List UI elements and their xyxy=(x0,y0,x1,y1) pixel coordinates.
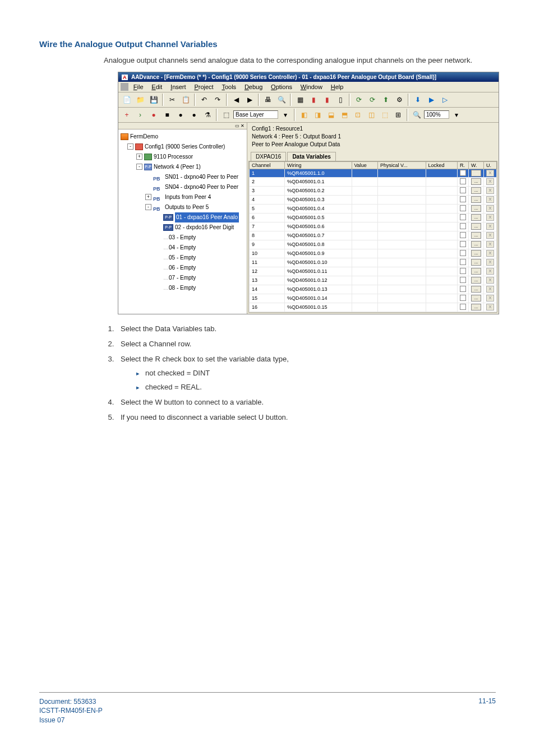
menubar[interactable]: File Edit Insert Project Tools Debug Opt… xyxy=(118,82,499,92)
tree-network[interactable]: - P-P Network 4 (Peer 1) xyxy=(119,162,246,172)
tb-b5-icon[interactable]: ● xyxy=(174,109,187,121)
w-button[interactable]: ... xyxy=(471,178,481,185)
w-button[interactable]: ... xyxy=(471,170,481,177)
cell-r[interactable] xyxy=(458,231,469,240)
grid-row[interactable]: 13%QD405001.0.12...X xyxy=(250,276,497,285)
tree-panel-controls[interactable]: ▭ ✕ xyxy=(118,123,247,129)
tree-sub-item[interactable]: …04 - Empty xyxy=(119,243,246,253)
cell-u[interactable]: X xyxy=(484,204,497,213)
tb-run-icon[interactable]: ▶ xyxy=(425,94,437,106)
checkbox-r[interactable] xyxy=(460,187,466,193)
tb-c8-icon[interactable]: ⊞ xyxy=(392,109,404,121)
u-button[interactable]: X xyxy=(486,259,494,266)
w-button[interactable]: ... xyxy=(471,196,481,203)
tb-c3-icon[interactable]: ⬓ xyxy=(325,109,337,121)
cell-w[interactable]: ... xyxy=(469,231,484,240)
cell-w[interactable]: ... xyxy=(469,240,484,249)
cell-w[interactable]: ... xyxy=(469,186,484,195)
tab-dxpao16[interactable]: DXPAO16 xyxy=(251,152,286,161)
cell-w[interactable]: ... xyxy=(469,303,484,312)
tree-sub-item[interactable]: P-P02 - dxpdo16 Peer Digit xyxy=(119,222,246,233)
cell-w[interactable]: ... xyxy=(469,195,484,204)
col-u[interactable]: U. xyxy=(484,161,497,169)
checkbox-r[interactable] xyxy=(460,232,466,238)
cell-u[interactable]: X xyxy=(484,249,497,258)
tree-item[interactable]: -PBOutputs to Peer 5 xyxy=(119,202,246,212)
cell-r[interactable]: ✓ xyxy=(458,169,469,177)
tb-fwd-icon[interactable]: ▶ xyxy=(243,94,256,106)
cell-u[interactable]: X xyxy=(484,177,497,186)
cell-r[interactable] xyxy=(458,285,469,294)
grid-row[interactable]: 3%QD405001.0.2...X xyxy=(250,186,497,195)
u-button[interactable]: X xyxy=(486,268,494,275)
tree-item[interactable]: +PBInputs from Peer 4 xyxy=(119,192,246,202)
tb-a1-icon[interactable]: ▮ xyxy=(307,94,320,106)
u-button[interactable]: X xyxy=(486,232,494,239)
cell-w[interactable]: ... xyxy=(469,285,484,294)
u-button[interactable]: X xyxy=(486,250,494,257)
cell-r[interactable] xyxy=(458,276,469,285)
expand-icon[interactable]: - xyxy=(145,204,151,210)
collapse-icon[interactable]: - xyxy=(127,143,133,150)
tb-print-icon[interactable]: 🖶 xyxy=(262,94,274,106)
cell-w[interactable]: ... xyxy=(469,204,484,213)
u-button[interactable]: X xyxy=(486,196,494,203)
cell-r[interactable] xyxy=(458,294,469,303)
zoom-select[interactable]: 100% xyxy=(424,110,449,119)
cell-u[interactable]: X xyxy=(484,231,497,240)
tree-config[interactable]: - Config1 (9000 Series Controller) xyxy=(119,142,246,152)
checkbox-r[interactable] xyxy=(460,295,466,301)
cell-w[interactable]: ... xyxy=(469,222,484,231)
layer-select[interactable]: Base Layer xyxy=(233,110,278,119)
cell-w[interactable]: ... xyxy=(469,177,484,186)
cell-r[interactable] xyxy=(458,186,469,195)
w-button[interactable]: ... xyxy=(471,250,481,257)
tree-item[interactable]: PBSN01 - dxpno40 Peer to Peer xyxy=(119,172,246,182)
cell-r[interactable] xyxy=(458,177,469,186)
tb-up-icon[interactable]: ⬆ xyxy=(380,94,392,106)
tb-build-icon[interactable]: ⟳ xyxy=(353,94,365,106)
cell-u[interactable]: X xyxy=(484,267,497,276)
grid-row[interactable]: 9%QD405001.0.8...X xyxy=(250,240,497,249)
grid-row[interactable]: 16%QD405001.0.15...X xyxy=(250,303,497,312)
tb-rebuild-icon[interactable]: ⟳ xyxy=(366,94,379,106)
tb-c7-icon[interactable]: ⬚ xyxy=(379,109,391,121)
grid-row[interactable]: 11%QD405001.0.10...X xyxy=(250,258,497,267)
w-button[interactable]: ... xyxy=(471,295,481,302)
cell-w[interactable]: ... xyxy=(469,258,484,267)
variables-grid[interactable]: ChannelWiringValuePhysical V...LockedR.W… xyxy=(249,161,497,312)
tb-b3-icon[interactable]: ● xyxy=(147,109,160,121)
cell-w[interactable]: ... xyxy=(469,267,484,276)
checkbox-r[interactable] xyxy=(460,214,466,220)
checkbox-r[interactable] xyxy=(460,250,466,256)
u-button[interactable]: X xyxy=(486,223,494,230)
tree-sub-item[interactable]: P-P01 - dxpao16 Peer Analo xyxy=(119,212,246,222)
u-button[interactable]: X xyxy=(486,304,494,310)
menu-debug[interactable]: Debug xyxy=(241,83,266,91)
checkbox-r[interactable] xyxy=(460,205,466,211)
expand-icon[interactable]: + xyxy=(136,154,142,160)
u-button[interactable]: X xyxy=(486,170,494,177)
menu-help[interactable]: Help xyxy=(328,83,347,91)
w-button[interactable]: ... xyxy=(471,187,481,194)
tb-cfg-icon[interactable]: ⚙ xyxy=(393,94,405,106)
tb-dl-icon[interactable]: ⬇ xyxy=(412,94,424,106)
tb-b1-icon[interactable]: + xyxy=(121,109,133,121)
tb-c1-icon[interactable]: ◧ xyxy=(298,109,310,121)
tb-b7-icon[interactable]: ⚗ xyxy=(201,109,214,121)
tb-b8-icon[interactable]: ⬚ xyxy=(220,109,232,121)
cell-w[interactable]: ... xyxy=(469,249,484,258)
tb-cut-icon[interactable]: ✂ xyxy=(166,94,178,106)
u-button[interactable]: X xyxy=(486,214,494,221)
grid-row[interactable]: 4%QD405001.0.3...X xyxy=(250,195,497,204)
menu-edit[interactable]: Edit xyxy=(148,83,165,91)
cell-w[interactable]: ... xyxy=(469,294,484,303)
cell-r[interactable] xyxy=(458,303,469,312)
u-button[interactable]: X xyxy=(486,187,494,194)
cell-u[interactable]: X xyxy=(484,240,497,249)
checkbox-r[interactable]: ✓ xyxy=(460,170,466,176)
tb-copy-icon[interactable]: 📋 xyxy=(179,94,192,106)
w-button[interactable]: ... xyxy=(471,304,481,310)
tb-zoom-icon[interactable]: 🔍 xyxy=(411,109,423,121)
cell-r[interactable] xyxy=(458,267,469,276)
